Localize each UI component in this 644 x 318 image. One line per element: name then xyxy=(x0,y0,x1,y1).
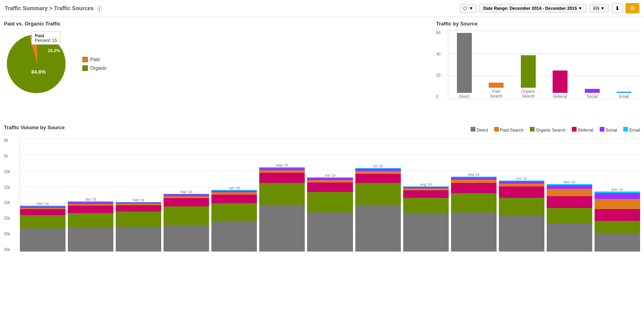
y-label-20: 20 xyxy=(436,73,440,78)
left-panel: Paid vs. Organic Traffic Paid Percent: 1… xyxy=(4,21,428,121)
segment-organic-1 xyxy=(68,213,113,228)
legend-email: Email xyxy=(623,127,640,132)
bar-social-rect xyxy=(585,89,600,93)
bar-paid-rect xyxy=(489,83,504,88)
segment-organic-5 xyxy=(259,183,305,205)
segment-social-11 xyxy=(547,185,592,189)
y-label-40: 40 xyxy=(436,52,440,56)
stacked-bar-col-12: Dec '15 xyxy=(595,186,640,251)
stacked-bar-col-7: Jul '15 xyxy=(355,163,401,251)
legend-color-paid xyxy=(82,57,88,62)
top-controls: ⬡ ▼ Date Range: December 2014 - December… xyxy=(460,3,639,13)
breadcrumb-separator: > xyxy=(49,5,54,11)
info-icon[interactable]: i xyxy=(97,6,102,11)
bar-month-label-11: Nov '15 xyxy=(564,180,575,184)
y-30k: 30k xyxy=(4,232,10,236)
bar-direct: Direct xyxy=(457,33,472,99)
segment-direct-3 xyxy=(164,225,209,251)
legend-referral: Referral xyxy=(572,127,593,132)
segment-organic-2 xyxy=(116,211,161,227)
bar-month-label-0: Dec '14 xyxy=(37,202,49,206)
segment-referral-7 xyxy=(355,174,401,183)
y-20k: 20k xyxy=(4,201,10,205)
download-button[interactable]: ⬇ xyxy=(611,3,623,13)
y-label-0: 0 xyxy=(436,95,440,99)
segment-referral-4 xyxy=(211,195,257,203)
bar-month-label-9: Sep '15 xyxy=(468,173,480,177)
right-panel: Traffic by Source 0 20 40 60 Direct xyxy=(436,21,640,121)
volume-section: Traffic Volume by Source Direct Paid Sea… xyxy=(0,125,644,267)
pie-legend: Paid Organic xyxy=(82,57,107,71)
bar-email-rect xyxy=(617,92,631,93)
bar-social-label: Social xyxy=(587,94,597,99)
stacked-chart-inner: Dec '14Jan '15Feb '15Mar '15Apr '15May '… xyxy=(20,138,640,252)
bar-referral-rect xyxy=(553,70,568,93)
stacked-bar-col-10: Oct '15 xyxy=(499,175,544,251)
bar-direct-rect xyxy=(457,33,472,93)
segment-direct-1 xyxy=(68,228,113,251)
legend-label-paid: Paid xyxy=(90,57,100,62)
bar-organic-rect xyxy=(521,55,536,88)
date-range-button[interactable]: Date Range: December 2014 - December 201… xyxy=(479,4,586,13)
breadcrumb-part2: Traffic Sources xyxy=(54,5,94,11)
segment-direct-0 xyxy=(20,228,65,251)
stacked-bar-col-11: Nov '15 xyxy=(547,179,592,251)
segment-organic-6 xyxy=(307,192,353,212)
language-button[interactable]: EN ▼ xyxy=(589,4,609,13)
volume-header: Traffic Volume by Source Direct Paid Sea… xyxy=(4,125,640,134)
svg-text:15.2%: 15.2% xyxy=(48,48,60,53)
stacked-bar-col-9: Sep '15 xyxy=(451,171,497,251)
download-icon: ⬇ xyxy=(615,5,620,11)
y-25k: 25k xyxy=(4,216,10,220)
bar-chart-bars: Direct PaidSearch OrganicSearch Referral… xyxy=(448,31,640,99)
bar-month-label-1: Jan '15 xyxy=(85,197,96,201)
bar-referral-label: Referral xyxy=(553,94,567,99)
legend-color-organic xyxy=(82,65,88,71)
segment-paid-7 xyxy=(355,171,401,174)
segment-organic-11 xyxy=(547,208,592,224)
segment-paid-12 xyxy=(595,199,640,209)
segment-organic-3 xyxy=(164,206,209,225)
stacked-bar-col-6: Jun '15 xyxy=(307,172,353,251)
breadcrumb-part1[interactable]: Traffic Summary xyxy=(5,5,48,11)
segment-referral-0 xyxy=(20,209,65,215)
date-range-label: Date Range: xyxy=(483,6,508,11)
bar-month-label-5: May '15 xyxy=(276,163,288,167)
stacked-bar-col-0: Dec '14 xyxy=(20,200,65,251)
segment-referral-2 xyxy=(116,205,161,211)
bar-organic-label: OrganicSearch xyxy=(521,89,535,99)
bar-month-label-4: Apr '15 xyxy=(229,186,240,190)
y-35k: 35k xyxy=(4,248,10,252)
cube-icon: ⬡ xyxy=(463,6,467,11)
language-label: EN xyxy=(593,6,599,11)
segment-organic-12 xyxy=(595,221,640,234)
bar-month-label-10: Oct '15 xyxy=(516,177,527,181)
legend-label-organic: Organic xyxy=(90,65,107,71)
segment-direct-9 xyxy=(451,212,497,251)
segment-organic-8 xyxy=(403,198,449,214)
segment-referral-5 xyxy=(259,173,305,183)
segment-referral-10 xyxy=(499,186,544,197)
volume-title: Traffic Volume by Source xyxy=(4,125,65,130)
cube-button[interactable]: ⬡ ▼ xyxy=(460,4,477,13)
svg-text:84.8%: 84.8% xyxy=(31,69,46,75)
legend-organic-search: Organic Search xyxy=(530,127,566,132)
pie-container: Paid Percent: 15 84.8% 15.2% xyxy=(4,31,428,97)
y-0k: 0k xyxy=(4,138,10,143)
stacked-y-labels: 35k 30k 25k 20k 15k 10k 5k 0k xyxy=(4,138,10,252)
segment-social-12 xyxy=(595,193,640,199)
lang-arrow: ▼ xyxy=(600,6,605,11)
pie-section: Paid vs. Organic Traffic Paid Percent: 1… xyxy=(4,21,428,97)
segment-paid-10 xyxy=(499,184,544,186)
segment-organic-4 xyxy=(211,203,257,221)
segment-referral-3 xyxy=(164,198,209,206)
bar-chart-wrapper: 0 20 40 60 Direct PaidSearch xyxy=(436,31,640,121)
volume-legend-row: Direct Paid Search Organic Search Referr… xyxy=(471,127,640,132)
segment-direct-4 xyxy=(211,221,257,251)
settings-button[interactable]: ⚙ xyxy=(626,3,639,13)
segment-organic-0 xyxy=(20,215,65,228)
segment-referral-6 xyxy=(307,182,353,192)
stacked-bar-col-2: Feb '15 xyxy=(116,197,161,251)
segment-paid-9 xyxy=(451,180,497,183)
bar-referral: Referral xyxy=(553,70,568,99)
